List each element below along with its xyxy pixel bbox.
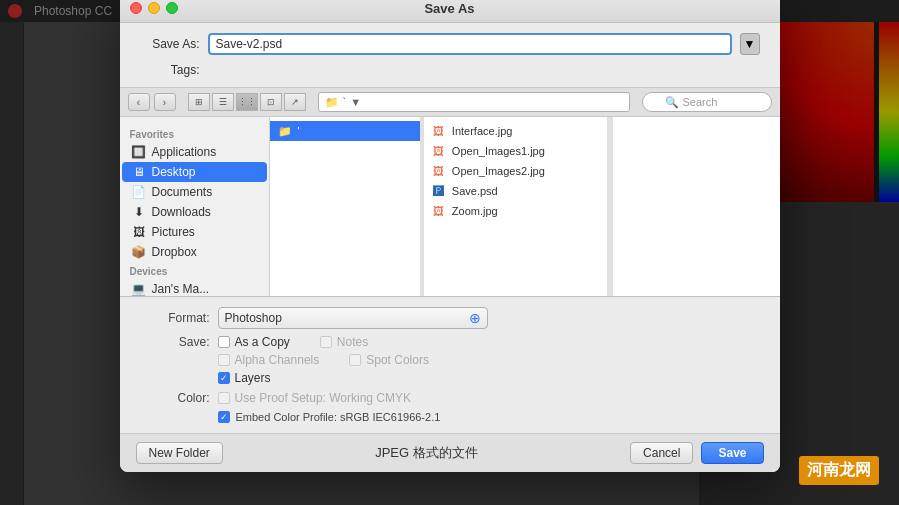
saveas-label: Save As: bbox=[140, 37, 200, 51]
save-checkboxes: As a Copy Notes bbox=[218, 335, 369, 349]
back-button[interactable]: ‹ bbox=[128, 93, 150, 111]
file-browser-area: 📁 ' 🖼 Interface.jpg 🖼 Open_Images1.jpg bbox=[270, 117, 780, 296]
embed-row: ✓ Embed Color Profile: sRGB IEC61966-2.1 bbox=[218, 411, 760, 423]
spot-colors-label: Spot Colors bbox=[366, 353, 429, 367]
tags-input[interactable] bbox=[208, 61, 760, 79]
dropbox-icon: 📦 bbox=[132, 245, 146, 259]
browser-body: Favorites 🔲 Applications 🖥 Desktop 📄 Doc… bbox=[120, 117, 780, 297]
chevron-down-icon: ▼ bbox=[744, 37, 756, 51]
format-label: Format: bbox=[140, 311, 210, 325]
spot-colors-checkbox bbox=[349, 354, 361, 366]
image-icon: 🖼 bbox=[432, 144, 446, 158]
save-checkboxes-2: Alpha Channels Spot Colors bbox=[218, 353, 429, 367]
tags-label: Tags: bbox=[140, 63, 200, 77]
browser-toolbar: ‹ › ⊞ ☰ ⋮⋮ ⊡ ↗ 📁 ` ▼ 🔍 Search bbox=[120, 87, 780, 117]
save-as-dialog: Save As Save As: ▼ Tags: ‹ › ⊞ ☰ ⋮⋮ ⊡ ↗ bbox=[120, 0, 780, 472]
mac-icon: 💻 bbox=[132, 282, 146, 296]
close-button[interactable] bbox=[130, 2, 142, 14]
pictures-icon: 🖼 bbox=[132, 225, 146, 239]
layers-checkbox[interactable]: ✓ bbox=[218, 372, 230, 384]
tags-row: Tags: bbox=[120, 59, 780, 87]
list-item[interactable]: 🖼 Open_Images1.jpg bbox=[424, 141, 608, 161]
file-name-save: Save.psd bbox=[452, 185, 498, 197]
saveas-input[interactable] bbox=[208, 33, 732, 55]
column-view-button[interactable]: ⋮⋮ bbox=[236, 93, 258, 111]
sidebar-label-downloads: Downloads bbox=[152, 205, 211, 219]
search-box[interactable]: 🔍 Search bbox=[642, 92, 772, 112]
location-bar[interactable]: 📁 ` ▼ bbox=[318, 92, 630, 112]
devices-label: Devices bbox=[120, 262, 269, 279]
cancel-button[interactable]: Cancel bbox=[630, 442, 693, 464]
format-value: Photoshop bbox=[225, 311, 282, 325]
format-dropdown-arrow: ⊕ bbox=[469, 310, 481, 326]
image-icon: 🖼 bbox=[432, 164, 446, 178]
list-item[interactable]: 🖼 Open_Images2.jpg bbox=[424, 161, 608, 181]
share-button[interactable]: ↗ bbox=[284, 93, 306, 111]
color-label: Color: bbox=[140, 391, 210, 405]
coverflow-view-button[interactable]: ⊡ bbox=[260, 93, 282, 111]
list-item[interactable]: 🖼 Interface.jpg bbox=[424, 121, 608, 141]
layers-label: Layers bbox=[235, 371, 271, 385]
notes-option: Notes bbox=[320, 335, 368, 349]
minimize-button[interactable] bbox=[148, 2, 160, 14]
favorites-sidebar: Favorites 🔲 Applications 🖥 Desktop 📄 Doc… bbox=[120, 117, 270, 296]
file-column-3 bbox=[612, 117, 780, 296]
psd-icon: 🅿 bbox=[432, 184, 446, 198]
list-item[interactable]: 🅿 Save.psd bbox=[424, 181, 608, 201]
location-text: ` bbox=[343, 96, 347, 108]
alpha-channels-checkbox bbox=[218, 354, 230, 366]
format-select[interactable]: Photoshop ⊕ bbox=[218, 307, 488, 329]
list-item[interactable]: 🖼 Zoom.jpg bbox=[424, 201, 608, 221]
sidebar-item-applications[interactable]: 🔲 Applications bbox=[122, 142, 267, 162]
applications-icon: 🔲 bbox=[132, 145, 146, 159]
color-row: Color: Use Proof Setup: Working CMYK bbox=[140, 391, 760, 405]
sidebar-label-jansmac: Jan's Ma... bbox=[152, 282, 210, 296]
folder-icon-small: 📁 bbox=[325, 96, 339, 109]
maximize-button[interactable] bbox=[166, 2, 178, 14]
sidebar-item-dropbox[interactable]: 📦 Dropbox bbox=[122, 242, 267, 262]
sidebar-item-desktop[interactable]: 🖥 Desktop bbox=[122, 162, 267, 182]
view-buttons: ⊞ ☰ ⋮⋮ ⊡ ↗ bbox=[188, 93, 306, 111]
sidebar-item-downloads[interactable]: ⬇ Downloads bbox=[122, 202, 267, 222]
format-row: Format: Photoshop ⊕ bbox=[140, 307, 760, 329]
embed-checkbox[interactable]: ✓ bbox=[218, 411, 230, 423]
forward-button[interactable]: › bbox=[154, 93, 176, 111]
save-label: Save: bbox=[140, 335, 210, 349]
layers-option[interactable]: ✓ Layers bbox=[218, 371, 271, 385]
sidebar-label-desktop: Desktop bbox=[152, 165, 196, 179]
as-copy-checkbox[interactable] bbox=[218, 336, 230, 348]
embed-label: Embed Color Profile: sRGB IEC61966-2.1 bbox=[236, 411, 441, 423]
list-view-button[interactable]: ☰ bbox=[212, 93, 234, 111]
location-chevron-button[interactable]: ▼ bbox=[740, 33, 760, 55]
search-icon: 🔍 bbox=[665, 96, 679, 109]
file-name-open2: Open_Images2.jpg bbox=[452, 165, 545, 177]
sidebar-item-documents[interactable]: 📄 Documents bbox=[122, 182, 267, 202]
as-copy-label: As a Copy bbox=[235, 335, 290, 349]
new-folder-button[interactable]: New Folder bbox=[136, 442, 223, 464]
list-item[interactable]: 📁 ' bbox=[270, 121, 420, 141]
save-options-row: Save: As a Copy Notes bbox=[140, 335, 760, 349]
spot-colors-option: Spot Colors bbox=[349, 353, 429, 367]
dialog-title: Save As bbox=[424, 1, 474, 16]
save-button[interactable]: Save bbox=[701, 442, 763, 464]
sidebar-label-pictures: Pictures bbox=[152, 225, 195, 239]
as-copy-option[interactable]: As a Copy bbox=[218, 335, 290, 349]
file-column-2: 🖼 Interface.jpg 🖼 Open_Images1.jpg 🖼 Ope… bbox=[424, 117, 609, 296]
save-options-row3: ✓ Layers bbox=[140, 371, 760, 385]
status-text: JPEG 格式的文件 bbox=[231, 444, 622, 462]
sidebar-label-dropbox: Dropbox bbox=[152, 245, 197, 259]
modal-overlay: Save As Save As: ▼ Tags: ‹ › ⊞ ☰ ⋮⋮ ⊡ ↗ bbox=[0, 0, 899, 505]
image-icon: 🖼 bbox=[432, 204, 446, 218]
folder-icon: 📁 bbox=[278, 124, 292, 138]
sidebar-item-jansmac[interactable]: 💻 Jan's Ma... bbox=[122, 279, 267, 296]
sidebar-item-pictures[interactable]: 🖼 Pictures bbox=[122, 222, 267, 242]
file-column-1: 📁 ' bbox=[270, 117, 421, 296]
watermark-henan: 河南龙网 bbox=[799, 456, 879, 485]
alpha-channels-label: Alpha Channels bbox=[235, 353, 320, 367]
downloads-icon: ⬇ bbox=[132, 205, 146, 219]
dialog-titlebar: Save As bbox=[120, 0, 780, 23]
use-proof-option: Use Proof Setup: Working CMYK bbox=[218, 391, 412, 405]
search-placeholder: Search bbox=[683, 96, 718, 108]
file-name-interface: Interface.jpg bbox=[452, 125, 513, 137]
icon-view-button[interactable]: ⊞ bbox=[188, 93, 210, 111]
